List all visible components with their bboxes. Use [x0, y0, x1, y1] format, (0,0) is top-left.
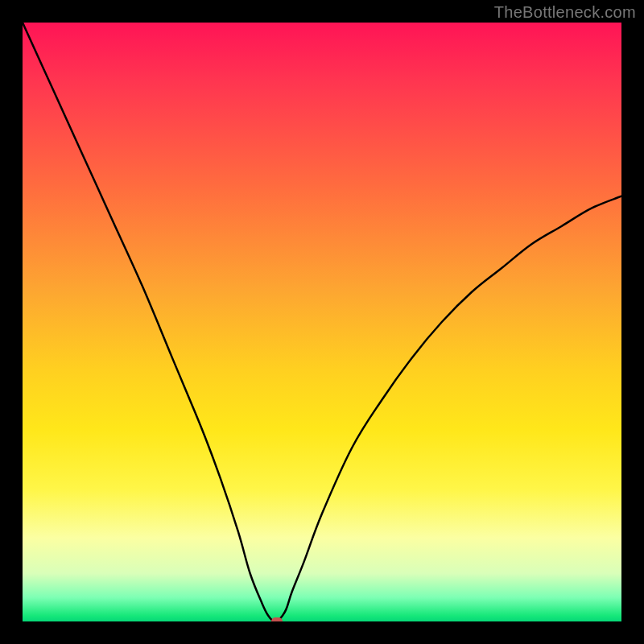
curve-svg	[23, 23, 621, 621]
watermark-text: TheBottleneck.com	[494, 3, 636, 22]
minimum-marker	[271, 617, 283, 621]
bottleneck-curve-line	[23, 23, 621, 621]
plot-area	[23, 23, 621, 621]
chart-frame: TheBottleneck.com	[0, 0, 644, 644]
